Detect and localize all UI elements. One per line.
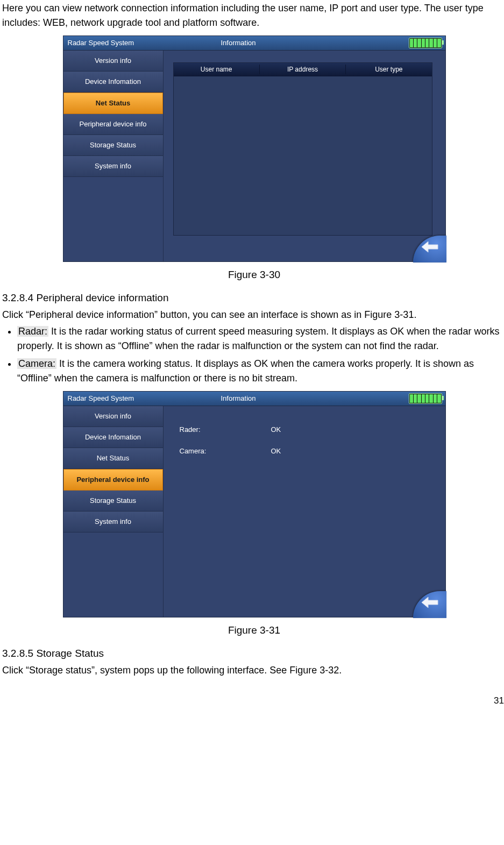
bullet-text: It is the radar working status of curren… bbox=[17, 326, 499, 351]
sidebar: Version infoDevice InfomationNet StatusP… bbox=[63, 51, 164, 261]
battery-icon bbox=[409, 393, 442, 404]
content-area: Rader:OKCamera:OK bbox=[164, 406, 445, 617]
bullet-item: Camera: It is the camera working status.… bbox=[17, 357, 504, 386]
sidebar-item-peripheral-device-info[interactable]: Peripheral device info bbox=[63, 469, 163, 491]
titlebar-app-name: Radar Speed System bbox=[63, 38, 175, 48]
bullet-text: It is the camera working status. It disp… bbox=[17, 358, 474, 384]
sidebar-item-system-info[interactable]: System info bbox=[63, 156, 163, 177]
back-button[interactable] bbox=[413, 236, 446, 262]
figure-3-30-caption: Figure 3-30 bbox=[2, 267, 504, 283]
figure-3-31-frame: Radar Speed System Information Version i… bbox=[63, 391, 446, 617]
titlebar: Radar Speed System Information bbox=[63, 36, 445, 51]
status-value: OK bbox=[271, 424, 281, 435]
battery-icon bbox=[409, 38, 442, 48]
sidebar-item-device-infomation[interactable]: Device Infomation bbox=[63, 72, 163, 93]
status-value: OK bbox=[271, 446, 281, 457]
table-header-cell: User type bbox=[346, 65, 431, 74]
sidebar-item-storage-status[interactable]: Storage Status bbox=[63, 491, 163, 512]
bullet-item: Radar: It is the radar working status of… bbox=[17, 324, 504, 353]
section-3-2-8-5-lead: Click “Storage status”, system pops up t… bbox=[2, 663, 504, 678]
status-label: Rader: bbox=[180, 424, 271, 435]
sidebar-item-net-status[interactable]: Net Status bbox=[63, 93, 163, 114]
device-body: Version infoDevice InfomationNet StatusP… bbox=[63, 51, 445, 261]
section-3-2-8-5-heading: 3.2.8.5 Storage Status bbox=[2, 646, 504, 662]
bullet-label: Camera: bbox=[17, 358, 56, 369]
titlebar: Radar Speed System Information bbox=[63, 392, 445, 406]
sidebar-item-version-info[interactable]: Version info bbox=[63, 406, 163, 427]
device-body: Version infoDevice InfomationNet StatusP… bbox=[63, 406, 445, 617]
intro-paragraph: Here you can view network connection inf… bbox=[2, 1, 504, 30]
bullet-label: Radar: bbox=[17, 326, 48, 337]
figure-3-30-frame: Radar Speed System Information Version i… bbox=[63, 35, 446, 262]
status-label: Camera: bbox=[180, 446, 271, 457]
figure-3-31-caption: Figure 3-31 bbox=[2, 623, 504, 638]
sidebar-item-device-infomation[interactable]: Device Infomation bbox=[63, 427, 163, 448]
section-3-2-8-4-lead: Click “Peripheral device information” bu… bbox=[2, 308, 504, 322]
sidebar-item-net-status[interactable]: Net Status bbox=[63, 448, 163, 469]
titlebar-screen-title: Information bbox=[175, 38, 409, 48]
titlebar-app-name: Radar Speed System bbox=[63, 393, 175, 404]
net-status-panel: User nameIP addressUser type bbox=[173, 62, 432, 236]
arrow-left-icon bbox=[421, 240, 439, 258]
sidebar-item-peripheral-device-info[interactable]: Peripheral device info bbox=[63, 114, 163, 135]
sidebar-item-system-info[interactable]: System info bbox=[63, 512, 163, 532]
sidebar-item-version-info[interactable]: Version info bbox=[63, 51, 163, 72]
table-header-cell: User name bbox=[174, 65, 260, 74]
sidebar: Version infoDevice InfomationNet StatusP… bbox=[63, 406, 164, 617]
arrow-left-icon bbox=[421, 596, 439, 613]
sidebar-item-storage-status[interactable]: Storage Status bbox=[63, 135, 163, 156]
titlebar-screen-title: Information bbox=[175, 393, 409, 404]
peripheral-bullet-list: Radar: It is the radar working status of… bbox=[2, 324, 504, 386]
table-header-cell: IP address bbox=[260, 65, 346, 74]
net-status-table-header: User nameIP addressUser type bbox=[174, 63, 432, 76]
page-number: 31 bbox=[2, 694, 504, 708]
section-3-2-8-4-heading: 3.2.8.4 Peripheral device information bbox=[2, 290, 504, 306]
content-area: User nameIP addressUser type bbox=[164, 51, 445, 261]
status-row: Camera:OK bbox=[180, 446, 436, 457]
back-button[interactable] bbox=[413, 591, 446, 618]
status-row: Rader:OK bbox=[180, 424, 436, 435]
